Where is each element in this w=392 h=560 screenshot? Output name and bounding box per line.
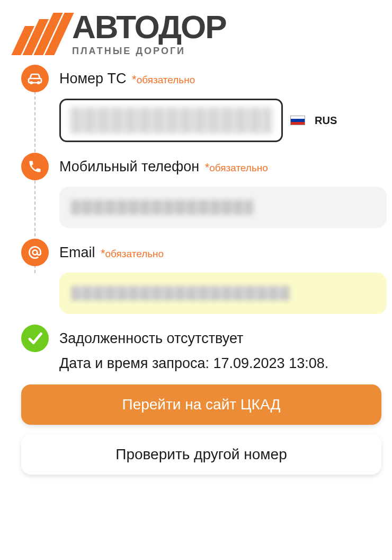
phone-value-redacted (71, 200, 253, 215)
russia-flag-icon (290, 116, 305, 125)
step-email: Email обязательно (21, 239, 381, 314)
request-timestamp: Дата и время запроса: 17.09.2023 13:08. (59, 355, 381, 372)
logo-stripes-icon (11, 13, 74, 55)
email-value-redacted (71, 286, 290, 301)
svg-point-1 (31, 82, 32, 83)
at-sign-icon (21, 239, 49, 266)
phone-required: обязательно (205, 162, 268, 173)
logo: АВТОДОР ПЛАТНЫЕ ДОРОГИ (21, 11, 381, 57)
car-icon (21, 65, 49, 92)
step-phone: Мобильный телефон обязательно (21, 153, 381, 228)
country-code: RUS (315, 115, 337, 127)
vehicle-number-value-redacted (70, 107, 272, 134)
logo-text: АВТОДОР (72, 11, 226, 43)
check-another-number-button[interactable]: Проверить другой номер (21, 434, 381, 475)
email-label: Email (59, 244, 95, 260)
email-required: обязательно (101, 248, 164, 259)
vehicle-label: Номер ТС (59, 71, 127, 86)
checkmark-icon (21, 325, 49, 352)
svg-point-2 (38, 82, 39, 83)
vehicle-required: обязательно (132, 74, 195, 85)
status-text: Задолженность отсутствует (59, 328, 243, 349)
phone-icon (21, 153, 49, 180)
phone-input[interactable] (59, 187, 387, 228)
email-input[interactable] (59, 273, 387, 314)
step-vehicle-number: Номер ТС обязательно RUS (21, 65, 381, 142)
phone-label: Мобильный телефон (59, 159, 199, 174)
go-to-ckad-button[interactable]: Перейти на сайт ЦКАД (21, 384, 381, 425)
step-result: Задолженность отсутствует Дата и время з… (21, 325, 381, 372)
vehicle-number-input[interactable] (59, 99, 283, 142)
logo-subtext: ПЛАТНЫЕ ДОРОГИ (72, 46, 226, 57)
